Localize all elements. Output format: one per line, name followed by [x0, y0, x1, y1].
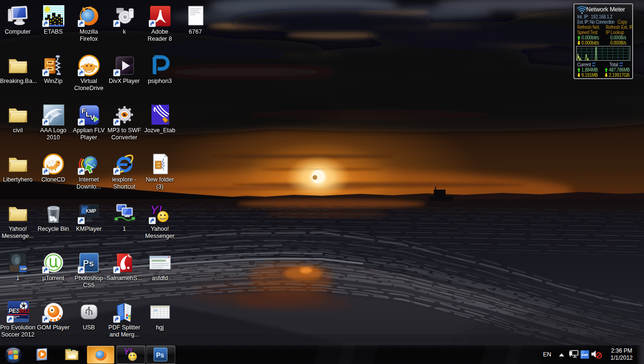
svg-text:KMP: KMP: [581, 353, 588, 356]
svg-text:KMP: KMP: [86, 209, 97, 214]
svg-text:Ps: Ps: [156, 351, 164, 359]
svg-text:L: L: [86, 110, 90, 118]
svg-text:PES: PES: [9, 308, 20, 314]
svg-text:KMP: KMP: [20, 267, 27, 271]
svg-text:2012: 2012: [18, 309, 29, 314]
svg-text:F: F: [81, 107, 86, 115]
